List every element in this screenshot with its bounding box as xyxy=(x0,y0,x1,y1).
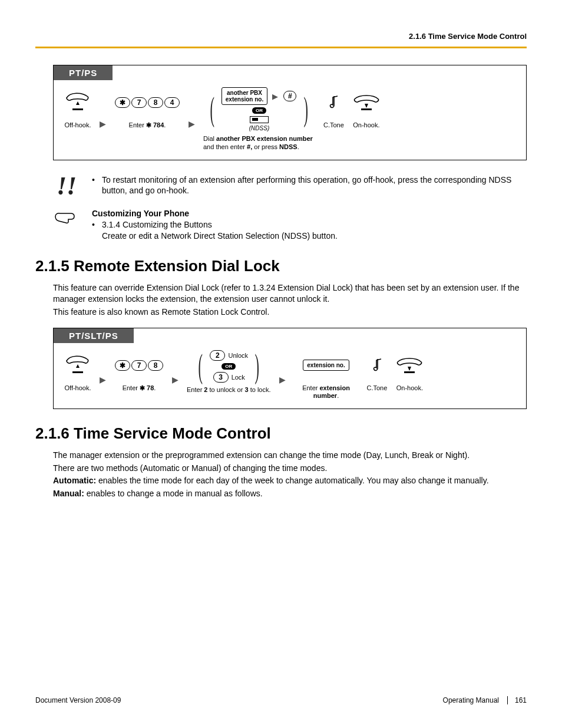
svg-rect-3 xyxy=(404,371,415,373)
procedure-diagram-ptsltps: PT/SLT/PS Off-hook. ▶ ✱ 7 8 xyxy=(53,328,527,410)
onhook-caption: On-hook. xyxy=(396,384,423,393)
ndss-button-icon xyxy=(250,116,269,123)
enter-code-caption: Enter ✱ 78. xyxy=(123,384,156,393)
customizing-desc: Create or edit a Network Direct Station … xyxy=(102,230,338,242)
pbx-ext-box: another PBX extension no. xyxy=(222,87,267,105)
arrow-icon: ▶ xyxy=(189,119,195,129)
keypad-sequence: ✱ 7 8 xyxy=(114,350,164,381)
ndss-label: (NDSS) xyxy=(249,125,269,131)
page-header-section: 2.1.6 Time Service Mode Control xyxy=(35,32,527,41)
or-pill: OR xyxy=(252,107,266,114)
key: 8 xyxy=(148,97,163,108)
section-215-body: This feature can override Extension Dial… xyxy=(53,282,527,318)
pointing-hand-icon xyxy=(53,208,78,226)
paren-right-icon: ) xyxy=(255,353,259,380)
unlock-label: Unlock xyxy=(228,352,248,359)
key: 4 xyxy=(164,97,180,108)
key: 8 xyxy=(148,360,163,371)
customizing-heading: Customizing Your Phone xyxy=(92,209,189,218)
key: 3 xyxy=(213,372,229,383)
key: 2 xyxy=(210,350,225,361)
hash-key: # xyxy=(283,91,296,101)
document-version: Document Version 2008-09 xyxy=(35,696,121,704)
paren-left-icon: ( xyxy=(198,353,202,380)
arrow-icon: ▶ xyxy=(279,375,286,384)
onhook-caption: On-hook. xyxy=(353,121,379,130)
offhook-caption: Off-hook. xyxy=(64,121,91,130)
handset-onhook-icon xyxy=(352,92,381,113)
unlock-lock-caption: Enter 2 to unlock or 3 to lock. xyxy=(187,386,271,394)
svg-rect-2 xyxy=(72,371,83,373)
ctone-label: C.Tone xyxy=(323,121,344,130)
note-text: To restart monitoring of an extension af… xyxy=(102,174,527,197)
bang-icon: !! xyxy=(53,174,80,198)
ctone-label: C.Tone xyxy=(367,384,388,393)
svg-rect-1 xyxy=(361,108,372,110)
page-footer: Document Version 2008-09 Operating Manua… xyxy=(35,696,527,704)
section-216-body: The manager extension or the preprogramm… xyxy=(53,450,527,499)
svg-rect-0 xyxy=(72,108,83,110)
manual-label: Operating Manual xyxy=(443,696,499,704)
extension-no-box: extension no. xyxy=(303,360,349,371)
handset-offhook-icon xyxy=(64,354,91,377)
ext-caption: Enter extension number. xyxy=(294,384,359,401)
header-divider xyxy=(35,47,527,48)
handset-onhook-icon xyxy=(395,355,424,376)
keypad-sequence: ✱ 7 8 4 xyxy=(114,87,180,118)
or-pill: OR xyxy=(222,363,236,370)
arrow-icon: ▶ xyxy=(100,119,106,129)
section-heading-216: 2.1.6 Time Service Mode Control xyxy=(35,424,527,443)
arrow-icon: ▶ xyxy=(172,375,178,384)
handset-offhook-icon xyxy=(64,91,91,114)
key: ✱ xyxy=(115,360,130,371)
arrow-icon: ▶ xyxy=(100,375,106,384)
dial-caption: Dial another PBX extension number and th… xyxy=(203,135,315,151)
important-note: !! • To restart monitoring of an extensi… xyxy=(53,174,527,198)
key: 7 xyxy=(131,360,147,371)
diagram-tab: PT/SLT/PS xyxy=(54,328,134,343)
reference-note: Customizing Your Phone • 3.1.4 Customizi… xyxy=(53,208,527,242)
procedure-diagram-ptps: PT/PS Off-hook. ▶ ✱ 7 8 xyxy=(53,65,527,160)
offhook-caption: Off-hook. xyxy=(64,384,91,393)
page-number: 161 xyxy=(507,696,527,704)
key: 7 xyxy=(131,97,147,108)
paren-right-icon: ) xyxy=(304,96,308,123)
section-heading-215: 2.1.5 Remote Extension Dial Lock xyxy=(35,257,527,275)
key: ✱ xyxy=(115,97,130,108)
enter-code-caption: Enter ✱ 784. xyxy=(129,121,166,130)
lock-label: Lock xyxy=(232,374,245,381)
ctone-icon xyxy=(326,94,341,111)
customizing-ref: 3.1.4 Customizing the Buttons xyxy=(102,219,338,230)
ctone-icon xyxy=(369,357,385,374)
diagram-tab: PT/PS xyxy=(54,65,113,80)
paren-left-icon: ( xyxy=(210,96,214,123)
arrow-icon: ▶ xyxy=(272,92,278,101)
